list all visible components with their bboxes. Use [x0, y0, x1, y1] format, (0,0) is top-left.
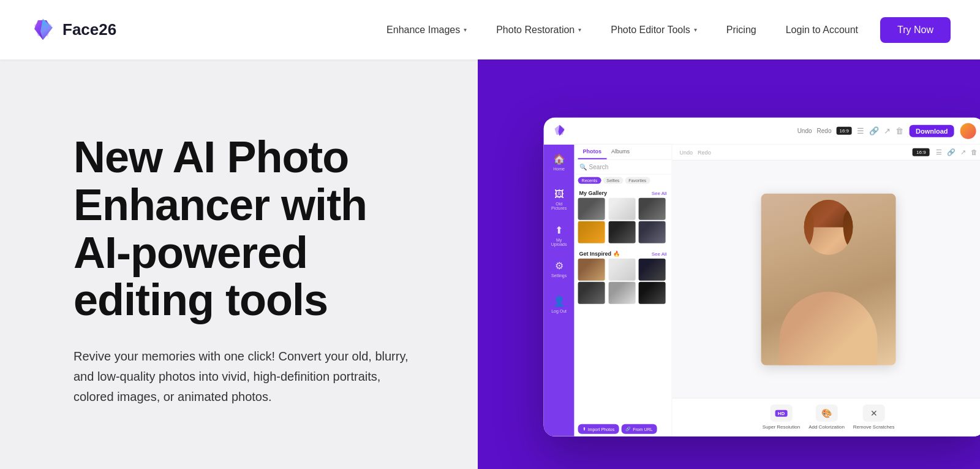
redo-label[interactable]: Redo — [698, 149, 711, 155]
gallery-search-bar[interactable]: 🔍 Search — [575, 160, 672, 175]
gallery-thumb[interactable] — [578, 282, 605, 304]
undo-redo-group: Undo Redo — [680, 149, 711, 155]
scratches-icon: ✕ — [863, 405, 885, 422]
editor-canvas — [673, 161, 980, 398]
navbar: Face26 Enhance Images ▾ Photo Restoratio… — [0, 0, 980, 59]
gallery-thumb[interactable] — [639, 221, 666, 243]
tool-colorization[interactable]: 🎨 Add Colorization — [809, 405, 845, 430]
link-icon[interactable]: 🔗 — [947, 148, 956, 156]
gallery-panel: Photos Albums 🔍 Search Recents Selfies F… — [575, 145, 673, 437]
chevron-down-icon: ▾ — [578, 26, 581, 33]
chevron-down-icon: ▾ — [694, 26, 697, 33]
delete-icon[interactable]: 🗑 — [971, 148, 978, 156]
gallery-thumb[interactable] — [639, 259, 666, 281]
uploads-icon: ⬆ — [555, 224, 563, 236]
ratio-display[interactable]: 16:9 — [913, 148, 930, 156]
logo-icon — [29, 17, 56, 44]
hd-icon: HD — [770, 405, 792, 422]
gallery-thumb[interactable] — [578, 259, 605, 281]
gallery-thumb[interactable] — [578, 221, 605, 243]
filter-recents[interactable]: Recents — [578, 177, 601, 184]
home-icon: 🏠 — [553, 153, 565, 165]
person-hair-left — [804, 211, 814, 250]
inspired-section-title: Get Inspired 🔥 — [579, 251, 620, 257]
inspired-section-header: Get Inspired 🔥 See All — [575, 247, 672, 259]
undo-label[interactable]: Undo — [680, 149, 693, 155]
search-placeholder: Search — [589, 164, 609, 170]
nav-menu: Enhance Images ▾ Photo Restoration ▾ Pho… — [372, 17, 951, 43]
user-avatar — [960, 123, 976, 139]
gallery-section-title: My Gallery — [579, 190, 608, 196]
hero-title: New AI Photo Enhancer with AI-powered ed… — [74, 134, 429, 324]
filter-chips: Recents Selfies Favorites — [575, 175, 672, 186]
person-shoulders — [780, 292, 878, 365]
layers-icon[interactable]: ☰ — [936, 148, 942, 156]
tool-icon-3[interactable]: ↗ — [884, 126, 891, 135]
nav-login[interactable]: Login to Account — [771, 25, 873, 36]
sidebar-item-home[interactable]: 🏠 Home — [550, 153, 568, 172]
share-icon[interactable]: ↗ — [960, 148, 966, 156]
hero-section: New AI Photo Enhancer with AI-powered ed… — [0, 59, 478, 469]
mockup-logo-icon — [552, 123, 567, 138]
filter-favorites[interactable]: Favorites — [625, 177, 650, 184]
from-url-button[interactable]: 🔗 From URL — [621, 424, 657, 434]
hero-description: Revive your memories with one click! Con… — [74, 346, 417, 407]
editor-toolbar: Undo Redo 16:9 ☰ 🔗 ↗ 🗑 — [673, 145, 980, 161]
redo-icon[interactable]: Redo — [817, 128, 832, 134]
mockup-sidebar: 🏠 Home 🖼 Old Pictures ⬆ My Uploads ⚙ Set… — [544, 145, 575, 437]
old-pictures-icon: 🖼 — [554, 189, 564, 200]
logout-icon: 👤 — [553, 296, 565, 307]
mockup-toolbar-icons: Undo Redo 16:9 ☰ 🔗 ↗ 🗑 — [797, 126, 903, 135]
photo-preview — [761, 194, 896, 365]
gallery-section-header: My Gallery See All — [575, 186, 672, 198]
search-icon: 🔍 — [579, 164, 587, 170]
mockup-body: 🏠 Home 🖼 Old Pictures ⬆ My Uploads ⚙ Set… — [544, 145, 980, 437]
gallery-thumb[interactable] — [639, 198, 666, 220]
sidebar-item-my-uploads[interactable]: ⬆ My Uploads — [550, 224, 568, 243]
gallery-tabs: Photos Albums — [575, 145, 672, 160]
sidebar-item-settings[interactable]: ⚙ Settings — [550, 260, 568, 278]
gallery-thumb[interactable] — [639, 282, 666, 304]
import-photos-button[interactable]: ⬆ Import Photos — [578, 424, 619, 434]
tab-photos[interactable]: Photos — [578, 145, 607, 159]
tool-icon-1[interactable]: ☰ — [857, 126, 864, 135]
tool-icon-4[interactable]: 🗑 — [895, 126, 903, 135]
tool-remove-scratches[interactable]: ✕ Remove Scratches — [853, 405, 895, 430]
gallery-inspired-grid — [575, 259, 672, 308]
gallery-thumb[interactable] — [608, 198, 635, 220]
settings-icon: ⚙ — [555, 260, 564, 272]
import-row: ⬆ Import Photos 🔗 From URL — [575, 421, 672, 437]
upload-icon: ⬆ — [582, 427, 586, 432]
person-face — [804, 200, 853, 255]
tab-albums[interactable]: Albums — [606, 145, 635, 159]
editor-action-icons: ☰ 🔗 ↗ 🗑 — [936, 148, 978, 156]
gallery-thumb[interactable] — [578, 198, 605, 220]
link-icon: 🔗 — [625, 427, 631, 432]
gallery-see-all[interactable]: See All — [652, 190, 667, 196]
tool-super-resolution[interactable]: HD Super Resolution — [763, 405, 800, 430]
sidebar-item-logout[interactable]: 👤 Log Out — [550, 296, 568, 314]
logo-link[interactable]: Face26 — [29, 17, 116, 44]
nav-enhance-images[interactable]: Enhance Images ▾ — [372, 25, 481, 36]
undo-icon[interactable]: Undo — [797, 128, 812, 134]
nav-try-now[interactable]: Try Now — [880, 17, 951, 43]
main-content: New AI Photo Enhancer with AI-powered ed… — [0, 59, 980, 469]
app-mockup: Undo Redo 16:9 ☰ 🔗 ↗ 🗑 Download 🏠 H — [544, 118, 980, 437]
filter-selfies[interactable]: Selfies — [603, 177, 623, 184]
person-hair-right — [843, 211, 853, 250]
inspired-see-all[interactable]: See All — [652, 251, 667, 256]
nav-photo-editor-tools[interactable]: Photo Editor Tools ▾ — [596, 25, 712, 36]
mockup-topbar: Undo Redo 16:9 ☰ 🔗 ↗ 🗑 Download — [544, 118, 980, 145]
sidebar-item-old-pictures[interactable]: 🖼 Old Pictures — [550, 189, 568, 207]
editor-tools-row: HD Super Resolution 🎨 Add Colorization ✕… — [673, 398, 980, 437]
gallery-thumb[interactable] — [608, 259, 635, 281]
tool-icon-2[interactable]: 🔗 — [869, 126, 879, 135]
logo-text: Face26 — [62, 20, 116, 39]
nav-photo-restoration[interactable]: Photo Restoration ▾ — [481, 25, 596, 36]
download-button[interactable]: Download — [910, 124, 954, 137]
editor-panel: Undo Redo 16:9 ☰ 🔗 ↗ 🗑 — [673, 145, 980, 437]
nav-pricing[interactable]: Pricing — [712, 25, 771, 36]
gallery-thumb[interactable] — [608, 221, 635, 243]
ratio-badge: 16:9 — [836, 127, 852, 135]
gallery-thumb[interactable] — [608, 282, 635, 304]
